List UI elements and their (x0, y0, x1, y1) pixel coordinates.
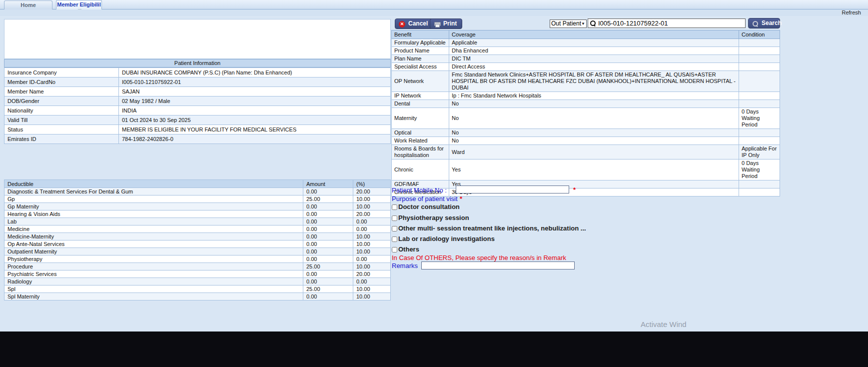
bottom-bar (0, 332, 868, 367)
purpose-option-other-multi-session[interactable]: Other multi- session treatment like inje… (392, 224, 586, 232)
purpose-option-physiotherapy-session[interactable]: Physiotherapy session (392, 214, 469, 222)
benefit-name: Formulary Applicable (392, 39, 449, 47)
deductible-name: Medicine (4, 226, 303, 233)
refresh-bar: Refresh (0, 10, 868, 16)
benefit-condition: 0 Days Waiting Period (739, 108, 780, 129)
tab-home-label: Home (20, 2, 36, 8)
field-label: Valid Till (4, 116, 119, 125)
table-row: Radiology0.000.00 (4, 278, 391, 286)
deductible-name: Gp (4, 196, 303, 203)
purpose-option-lab-or-radiology[interactable]: Lab or radiology investigations (392, 235, 495, 242)
deductible-name: Medicine-Maternity (4, 233, 303, 240)
deductible-amount: 0.00 (303, 218, 353, 226)
others-note: In Case Of OTHERS, Please specify the re… (392, 254, 566, 262)
table-row: OP NetworkFmc Standard Network Clinics+A… (392, 71, 780, 92)
deductible-percent: 20.00 (353, 270, 391, 278)
purpose-option-others[interactable]: Others (392, 246, 419, 253)
table-row: Physiotherapy0.000.00 (4, 256, 391, 263)
deductible-amount: 0.00 (303, 240, 353, 248)
table-row: Work RelatedNo (392, 137, 780, 145)
checkbox-label: Physiotherapy session (398, 214, 469, 222)
benefit-name: Product Name (392, 47, 449, 55)
deductible-percent: 0.00 (353, 226, 391, 233)
deductible-name: Lab (4, 218, 303, 226)
column-header: Benefit (392, 30, 449, 39)
status-badge: MEMBER IS ELIGIBLE IN YOUR FACILITY FOR … (119, 125, 391, 134)
deductible-name: Gp Maternity (4, 203, 303, 210)
benefit-condition: Applicable For IP Only (739, 145, 780, 160)
cancel-button[interactable]: ✕Cancel (395, 18, 433, 29)
deductible-name: Spl (4, 286, 303, 293)
logo-placeholder (4, 19, 391, 59)
field-label: Emirates ID (4, 134, 119, 144)
benefit-coverage: DIC TM (449, 55, 739, 63)
mobile-label: Patient Mobile No : (392, 186, 447, 194)
member-search-input[interactable] (598, 19, 744, 28)
physiotherapy-session-checkbox[interactable] (392, 216, 397, 221)
print-icon (434, 21, 440, 28)
field-value: SAJAN (119, 87, 391, 96)
table-row: Diagnostic & Treatment Services For Dent… (4, 188, 391, 196)
checkbox-label: Lab or radiology investigations (398, 235, 495, 242)
search-button[interactable]: Search (748, 18, 780, 28)
deductible-amount: 0.00 (303, 226, 353, 233)
table-row: Valid Till01 Oct 2024 to 30 Sep 2025 (4, 116, 391, 125)
table-row: Member ID-CardNoI005-010-121075922-01 (4, 78, 391, 87)
refresh-link[interactable]: Refresh (842, 10, 861, 16)
benefit-name: Plan Name (392, 55, 449, 63)
deductible-percent: 10.00 (353, 263, 391, 270)
benefit-name: Chronic (392, 160, 449, 180)
purpose-option-doctor-consultation[interactable]: Doctor consultation (392, 203, 460, 210)
benefit-name: Dental (392, 100, 449, 108)
field-value: 02 May 1982 / Male (119, 96, 391, 106)
benefit-name: Optical (392, 129, 449, 137)
benefit-condition (739, 129, 780, 137)
table-row: Formulary ApplicableApplicable (392, 39, 780, 47)
visit-type-value: Out Patient (551, 20, 581, 27)
deductible-name: Outpatient Maternity (4, 248, 303, 256)
tab-member-eligibility[interactable]: Member Eligibililx (56, 0, 102, 10)
deductible-amount: 0.00 (303, 210, 353, 218)
benefit-coverage: Applicable (449, 39, 739, 47)
doctor-consultation-checkbox[interactable] (392, 204, 397, 210)
deductible-table: Deductible Amount (%) Diagnostic & Treat… (4, 180, 391, 300)
deductible-amount: 0.00 (303, 248, 353, 256)
tab-home[interactable]: Home (4, 0, 52, 10)
table-row: IP NetworkIp : Fmc Standard Network Hosp… (392, 92, 780, 100)
table-row: Member NameSAJAN (4, 87, 391, 96)
remarks-input[interactable] (421, 262, 575, 270)
others-checkbox[interactable] (392, 247, 397, 252)
field-value: 01 Oct 2024 to 30 Sep 2025 (119, 116, 391, 125)
mobile-input[interactable] (456, 186, 569, 194)
visit-type-select[interactable]: Out Patient ▼ (550, 20, 587, 28)
deductible-name: Hearing & Vision Aids (4, 210, 303, 218)
search-button-icon (752, 20, 759, 27)
column-header: Coverage (449, 30, 739, 39)
print-button[interactable]: Print (430, 18, 462, 29)
benefit-coverage: Dha Enhanced (449, 47, 739, 55)
cancel-button-label: Cancel (408, 20, 428, 27)
deductible-percent: 20.00 (353, 210, 391, 218)
field-value: INDIA (119, 106, 391, 116)
lab-or-radiology-checkbox[interactable] (392, 236, 397, 242)
deductible-amount: 25.00 (303, 196, 353, 203)
table-row: Emirates ID784-1982-2402826-0 (4, 134, 391, 144)
table-row: Psychiatric Services0.0020.00 (4, 270, 391, 278)
table-row: Op Ante-Natal Services0.0010.00 (4, 240, 391, 248)
other-multi-session-checkbox[interactable] (392, 226, 397, 232)
member-search-box (588, 18, 746, 28)
benefit-coverage: Ward (449, 145, 739, 160)
benefit-name: Rooms & Boards for hospitalisation (392, 145, 449, 160)
table-row: Outpatient Maternity0.0010.00 (4, 248, 391, 256)
benefit-condition (739, 47, 780, 55)
table-row: Rooms & Boards for hospitalisationWardAp… (392, 145, 780, 160)
field-value: I005-010-121075922-01 (119, 78, 391, 87)
table-row: Spl Maternity0.0010.00 (4, 293, 391, 300)
deductible-amount: 0.00 (303, 188, 353, 196)
table-row: NationalityINDIA (4, 106, 391, 116)
benefit-name: IP Network (392, 92, 449, 100)
benefit-condition (739, 188, 780, 196)
table-row: Medicine0.000.00 (4, 226, 391, 233)
table-row: Product NameDha Enhanced (392, 47, 780, 55)
field-value: 784-1982-2402826-0 (119, 134, 391, 144)
